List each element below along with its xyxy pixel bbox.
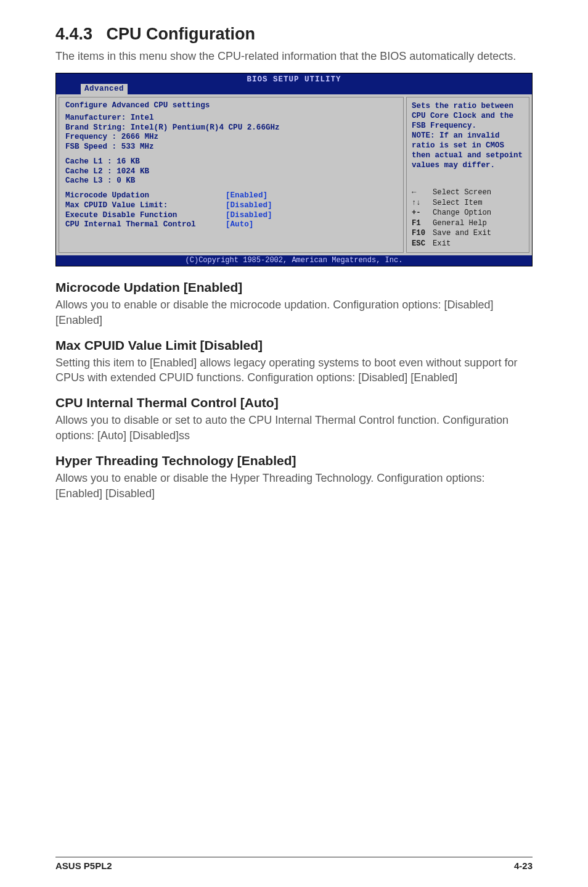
setting-microcode: Microcode Updation [Enabled] xyxy=(65,191,397,201)
heading-microcode: Microcode Updation [Enabled] xyxy=(55,280,533,295)
bios-screenshot: BIOS SETUP UTILITY Advanced Configure Ad… xyxy=(55,73,533,266)
page-footer: ASUS P5PL2 4-23 xyxy=(55,857,533,871)
bios-copyright: (C)Copyright 1985-2002, American Megatre… xyxy=(56,255,532,266)
nav-select-item: ↑↓Select Item xyxy=(412,198,524,208)
setting-value: [Disabled] xyxy=(226,201,272,211)
section-header: 4.4.3 CPU Configuration The items in thi… xyxy=(55,25,533,64)
setting-label: CPU Internal Thermal Control xyxy=(65,220,226,230)
nav-key: ← xyxy=(412,188,433,197)
bios-tab-advanced: Advanced xyxy=(81,84,128,95)
setting-thermal: CPU Internal Thermal Control [Auto] xyxy=(65,220,397,230)
cache-l3-line: Cache L3 : 0 KB xyxy=(65,176,397,186)
nav-change-option: +-Change Option xyxy=(412,208,524,218)
config-header: Configure Advanced CPU settings xyxy=(65,101,397,111)
nav-key: ↑↓ xyxy=(412,198,433,208)
text-hyperthreading: Allows you to enable or disable the Hype… xyxy=(55,471,533,501)
nav-key: F1 xyxy=(412,218,433,228)
footer-page-number: 4-23 xyxy=(514,860,533,871)
nav-block: ←Select Screen ↑↓Select Item +-Change Op… xyxy=(412,188,524,249)
setting-cpuid: Max CPUID Value Limit: [Disabled] xyxy=(65,201,397,211)
setting-value: [Disabled] xyxy=(226,211,272,221)
text-microcode: Allows you to enable or disable the micr… xyxy=(55,297,533,328)
nav-key: F10 xyxy=(412,228,433,238)
bios-body: Configure Advanced CPU settings Manufact… xyxy=(56,94,532,255)
setting-value: [Auto] xyxy=(226,220,253,230)
section-name: CPU Configuration xyxy=(107,25,255,43)
nav-label: Change Option xyxy=(433,208,491,218)
text-cpuid: Setting this item to [Enabled] allows le… xyxy=(55,355,533,386)
setting-value: [Enabled] xyxy=(226,191,267,201)
spacer xyxy=(65,152,397,157)
text-thermal: Allows you to disable or set to auto the… xyxy=(55,413,533,444)
nav-label: Save and Exit xyxy=(433,228,491,238)
setting-label: Max CPUID Value Limit: xyxy=(65,201,226,211)
frequency-line: Frequency : 2666 MHz xyxy=(65,133,397,142)
brand-line: Brand String: Intel(R) Pentium(R)4 CPU 2… xyxy=(65,123,397,133)
setting-label: Execute Disable Function xyxy=(65,211,226,221)
help-text: Sets the ratio between CPU Core Clock an… xyxy=(412,101,524,170)
heading-thermal: CPU Internal Thermal Control [Auto] xyxy=(55,395,533,410)
section-title: 4.4.3 CPU Configuration xyxy=(55,25,533,44)
spacer xyxy=(65,186,397,191)
nav-key: +- xyxy=(412,208,433,218)
cache-l1-line: Cache L1 : 16 KB xyxy=(65,157,397,167)
nav-label: Exit xyxy=(433,239,451,249)
nav-select-screen: ←Select Screen xyxy=(412,188,524,197)
manufacturer-line: Manufacturer: Intel xyxy=(65,113,397,123)
bios-title: BIOS SETUP UTILITY xyxy=(247,75,341,84)
heading-cpuid: Max CPUID Value Limit [Disabled] xyxy=(55,338,533,353)
nav-label: General Help xyxy=(433,218,487,228)
nav-label: Select Item xyxy=(433,198,482,208)
nav-save-exit: F10Save and Exit xyxy=(412,228,524,238)
cache-l2-line: Cache L2 : 1024 KB xyxy=(65,167,397,177)
heading-hyperthreading: Hyper Threading Technology [Enabled] xyxy=(55,453,533,468)
nav-label: Select Screen xyxy=(433,188,491,197)
fsb-line: FSB Speed : 533 MHz xyxy=(65,142,397,152)
bios-titlebar: BIOS SETUP UTILITY Advanced xyxy=(56,73,532,94)
setting-label: Microcode Updation xyxy=(65,191,226,201)
bios-right-panel: Sets the ratio between CPU Core Clock an… xyxy=(406,97,529,253)
nav-general-help: F1General Help xyxy=(412,218,524,228)
intro-text: The items in this menu show the CPU-rela… xyxy=(55,49,533,64)
nav-exit: ESCExit xyxy=(412,239,524,249)
section-number: 4.4.3 xyxy=(55,25,92,43)
bios-left-panel: Configure Advanced CPU settings Manufact… xyxy=(59,97,404,253)
footer-product: ASUS P5PL2 xyxy=(55,860,112,871)
nav-key: ESC xyxy=(412,239,433,249)
setting-execute-disable: Execute Disable Function [Disabled] xyxy=(65,211,397,221)
